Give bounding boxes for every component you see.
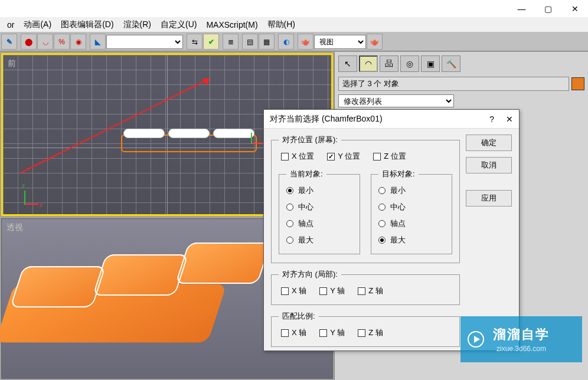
- orient-x-checkbox[interactable]: X 轴: [281, 286, 306, 296]
- object-color-swatch[interactable]: [571, 77, 584, 90]
- current-pivot-radio[interactable]: 轴点: [286, 218, 352, 229]
- curve-editor-icon[interactable]: ▤: [242, 34, 258, 50]
- menu-maxscript[interactable]: MAXScript(M): [201, 18, 262, 31]
- menu-graph-editors[interactable]: 图表编辑器(D): [56, 18, 118, 32]
- dialog-help-button[interactable]: ?: [489, 114, 494, 124]
- cushion-wire: [168, 129, 210, 138]
- match-scale-legend: 匹配比例:: [279, 311, 319, 322]
- cushion-wire: [123, 129, 165, 138]
- close-button[interactable]: ✕: [561, 0, 588, 17]
- sofa-wireframe: [121, 135, 257, 152]
- named-selection-select[interactable]: [106, 35, 183, 49]
- align-orientation-group: 对齐方向 (局部): X 轴 Y 轴 Z 轴: [271, 269, 460, 305]
- watermark-url: zixue.3d66.com: [496, 345, 546, 353]
- menu-help[interactable]: 帮助(H): [263, 18, 300, 32]
- schematic-view-icon[interactable]: ▦: [259, 34, 275, 50]
- target-pivot-radio[interactable]: 轴点: [378, 218, 445, 229]
- tab-motion-icon[interactable]: ◎: [400, 55, 419, 72]
- render-icon[interactable]: 🫖: [367, 34, 383, 50]
- toolbar: ✎ ⬤ ◡ % ◉ ◣ ⇆ ✔ ≣ ▤ ▦ ◐ 🫖 视图 🫖: [0, 32, 588, 51]
- match-scale-group: 匹配比例: X 轴 Y 轴 Z 轴: [271, 311, 460, 347]
- tab-modify-icon[interactable]: ◠: [359, 55, 378, 72]
- snap-toggle-icon[interactable]: ⬤: [21, 34, 37, 50]
- spinner-snap-icon[interactable]: ◉: [70, 34, 86, 50]
- sofa-model: [5, 231, 253, 349]
- watermark-text: 溜溜自学: [493, 326, 550, 343]
- viewport-persp-label: 透视: [6, 222, 23, 233]
- align-dialog: 对齐当前选择 (ChamferBox01) ? ✕ 对齐位置 (屏幕): X 位…: [263, 109, 520, 351]
- current-center-radio[interactable]: 中心: [286, 202, 352, 212]
- maximize-button[interactable]: ▢: [535, 0, 561, 17]
- target-center-radio[interactable]: 中心: [378, 202, 445, 212]
- render-setup-icon[interactable]: 🫖: [298, 34, 313, 50]
- titlebar: — ▢ ✕: [0, 0, 588, 17]
- watermark: 溜溜自学 zixue.3d66.com: [460, 316, 582, 362]
- orient-y-checkbox[interactable]: Y 轴: [319, 286, 345, 296]
- axis-gizmo: x z: [21, 182, 47, 208]
- target-min-radio[interactable]: 最小: [378, 185, 445, 196]
- tool-create-icon[interactable]: ✎: [1, 34, 17, 50]
- named-selection-icon[interactable]: ◣: [90, 34, 106, 50]
- orient-z-checkbox[interactable]: Z 轴: [358, 286, 383, 296]
- ok-button[interactable]: 确定: [466, 135, 512, 151]
- layers-icon[interactable]: ≣: [223, 34, 239, 50]
- x-position-checkbox[interactable]: X 位置: [281, 151, 314, 162]
- play-icon: [468, 331, 484, 348]
- menu-or[interactable]: or: [2, 18, 19, 31]
- minimize-button[interactable]: —: [508, 0, 535, 17]
- tab-display-icon[interactable]: ▣: [421, 55, 440, 72]
- align-position-legend: 对齐位置 (屏幕):: [279, 135, 341, 145]
- current-object-group: 当前对象: 最小 中心 轴点 最大: [279, 169, 360, 254]
- modifier-list-select[interactable]: 修改器列表: [338, 94, 454, 107]
- axis-y-label: z: [22, 183, 25, 189]
- z-position-checkbox[interactable]: Z 位置: [373, 151, 406, 162]
- menu-rendering[interactable]: 渲染(R): [119, 18, 156, 32]
- axis-x-label: x: [40, 202, 43, 208]
- tab-utilities-icon[interactable]: 🔨: [442, 55, 460, 72]
- selection-name-input[interactable]: [338, 77, 569, 91]
- menubar: or 动画(A) 图表编辑器(D) 渲染(R) 自定义(U) MAXScript…: [0, 17, 588, 32]
- current-min-radio[interactable]: 最小: [286, 185, 352, 196]
- scale-y-checkbox[interactable]: Y 轴: [319, 327, 345, 338]
- cushion-wire: [213, 129, 254, 138]
- mirror-icon[interactable]: ⇆: [187, 34, 202, 50]
- command-panel-tabs: ↖ ◠ 品 ◎ ▣ 🔨: [338, 55, 584, 72]
- current-max-radio[interactable]: 最大: [286, 235, 352, 245]
- y-position-checkbox[interactable]: Y 位置: [327, 151, 360, 162]
- angle-snap-icon[interactable]: ◡: [37, 34, 53, 50]
- target-max-radio[interactable]: 最大: [378, 235, 445, 245]
- align-orientation-legend: 对齐方向 (局部):: [279, 269, 341, 280]
- cancel-button[interactable]: 取消: [466, 157, 512, 173]
- menu-customize[interactable]: 自定义(U): [156, 18, 201, 32]
- tab-hierarchy-icon[interactable]: 品: [380, 55, 398, 72]
- viewport-front-label: 前: [8, 58, 16, 69]
- target-object-group: 目标对象: 最小 中心 轴点 最大: [371, 169, 452, 254]
- material-editor-icon[interactable]: ◐: [278, 34, 294, 50]
- target-object-legend: 目标对象:: [378, 169, 419, 179]
- dialog-title: 对齐当前选择 (ChamferBox01): [270, 114, 383, 125]
- percent-snap-icon[interactable]: %: [54, 34, 70, 50]
- align-icon[interactable]: ✔: [203, 34, 219, 50]
- apply-button[interactable]: 应用: [466, 190, 512, 207]
- dialog-titlebar[interactable]: 对齐当前选择 (ChamferBox01) ? ✕: [264, 110, 519, 129]
- current-object-legend: 当前对象:: [286, 169, 326, 179]
- view-select[interactable]: 视图: [314, 35, 366, 49]
- menu-animation[interactable]: 动画(A): [19, 18, 56, 32]
- scale-x-checkbox[interactable]: X 轴: [281, 327, 306, 338]
- scale-z-checkbox[interactable]: Z 轴: [358, 327, 383, 338]
- dialog-close-button[interactable]: ✕: [506, 114, 513, 124]
- tab-create-icon[interactable]: ↖: [338, 55, 357, 72]
- align-position-group: 对齐位置 (屏幕): X 位置 Y 位置 Z 位置 当前对象: 最小 中心 轴点…: [271, 135, 460, 263]
